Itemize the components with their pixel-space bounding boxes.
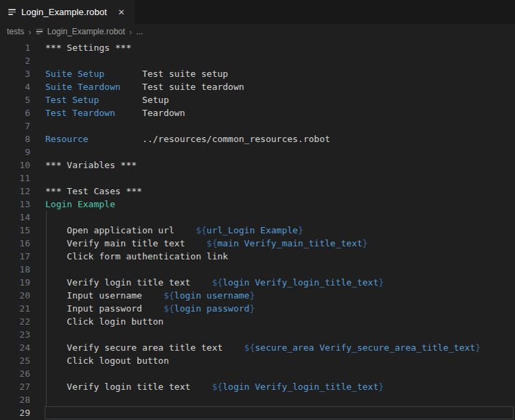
token-section-header: *** Variables *** [45, 160, 137, 170]
indent-guide [46, 211, 47, 224]
line-number[interactable]: 26 [0, 367, 30, 380]
code-line[interactable]: 7 [0, 119, 515, 132]
token-variable-delimiter: } [249, 303, 255, 314]
code-line[interactable]: 24 Verify secure area title text ${secur… [0, 341, 515, 354]
code-content: Input password ${login password} [45, 302, 515, 315]
code-line[interactable]: 11 [0, 172, 515, 185]
token-variable-delimiter: ${ [196, 225, 207, 235]
code-line[interactable]: 19 Verify login title text ${login Verif… [0, 276, 515, 289]
indent-guide [46, 263, 47, 276]
line-number[interactable]: 29 [0, 406, 30, 419]
indent-guide [46, 328, 47, 341]
code-line[interactable]: 5Test Setup Setup [0, 93, 515, 106]
tab-close-icon[interactable]: ✕ [116, 7, 127, 18]
code-line[interactable]: 10*** Variables *** [0, 159, 515, 172]
code-content: Open application url ${url_Login Example… [45, 224, 515, 237]
code-line[interactable]: 18 [0, 263, 515, 276]
code-content: Click logout button [45, 354, 515, 367]
token-testcase-name: Login Example [45, 199, 115, 209]
indent-guide [46, 341, 47, 354]
line-number[interactable]: 3 [0, 67, 30, 80]
line-number[interactable]: 1 [0, 41, 30, 54]
code-line[interactable]: 14 [0, 211, 515, 224]
line-number[interactable]: 23 [0, 328, 30, 341]
code-line[interactable]: 29 [0, 406, 515, 419]
code-content [45, 54, 515, 67]
tab-title: Login_Example.robot [21, 7, 107, 17]
line-number[interactable]: 18 [0, 263, 30, 276]
line-number[interactable]: 28 [0, 393, 30, 406]
line-number[interactable]: 13 [0, 198, 30, 211]
token-variable-name: main Verify_main_title_text [217, 238, 362, 248]
editor-tab[interactable]: Login_Example.robot ✕ [0, 0, 136, 24]
token-plain-text: Click logout button [45, 355, 169, 366]
code-line[interactable]: 17 Click form authentication link [0, 250, 515, 263]
line-number[interactable]: 19 [0, 276, 30, 289]
line-number[interactable]: 7 [0, 119, 30, 132]
code-line[interactable]: 9 [0, 145, 515, 159]
line-number[interactable]: 27 [0, 380, 30, 393]
token-variable-delimiter: ${ [163, 290, 174, 301]
line-number[interactable]: 25 [0, 354, 30, 367]
code-content [45, 406, 515, 419]
code-line[interactable]: 1*** Settings *** [0, 41, 515, 54]
token-plain-text: Input password [45, 303, 163, 314]
line-number[interactable]: 12 [0, 185, 30, 198]
line-number[interactable]: 5 [0, 93, 30, 106]
line-number[interactable]: 2 [0, 54, 30, 67]
code-content: Suite Setup Test suite setup [45, 67, 515, 80]
line-number[interactable]: 9 [0, 145, 30, 159]
line-number[interactable]: 20 [0, 289, 30, 302]
line-number[interactable]: 10 [0, 159, 30, 172]
code-line[interactable]: 16 Verify main title text ${main Verify_… [0, 237, 515, 250]
code-line[interactable]: 22 Click login button [0, 315, 515, 328]
line-number[interactable]: 11 [0, 172, 30, 185]
token-variable-name: url_Login Example [207, 225, 298, 235]
vscode-window: Login_Example.robot ✕ tests › Login_Exam… [0, 0, 515, 420]
indent-guide [46, 302, 47, 315]
token-variable-name: login username [174, 290, 250, 301]
breadcrumb-folder[interactable]: tests [7, 27, 24, 36]
code-line[interactable]: 23 [0, 328, 515, 341]
code-line[interactable]: 15 Open application url ${url_Login Exam… [0, 224, 515, 237]
code-line[interactable]: 3Suite Setup Test suite setup [0, 67, 515, 80]
code-line[interactable]: 8Resource ../resources/common_resources.… [0, 132, 515, 145]
token-variable-delimiter: ${ [163, 303, 174, 314]
code-content: Login Example [45, 198, 515, 211]
token-plain-text: Click login button [45, 316, 163, 327]
indent-guide [46, 380, 47, 393]
code-line[interactable]: 28 [0, 393, 515, 406]
token-plain-text: Test suite teardown [121, 82, 244, 92]
line-number[interactable]: 16 [0, 237, 30, 250]
line-number[interactable]: 24 [0, 341, 30, 354]
breadcrumb-file-label: Login_Example.robot [47, 27, 125, 36]
code-content [45, 328, 515, 341]
line-number[interactable]: 21 [0, 302, 30, 315]
line-number[interactable]: 4 [0, 80, 30, 93]
code-line[interactable]: 27 Verify login title text ${login Verif… [0, 380, 515, 393]
line-number[interactable]: 17 [0, 250, 30, 263]
line-number[interactable]: 8 [0, 132, 30, 145]
code-editor[interactable]: 1*** Settings ***23Suite Setup Test suit… [0, 39, 515, 420]
line-number[interactable]: 15 [0, 224, 30, 237]
line-number[interactable]: 6 [0, 106, 30, 119]
code-line[interactable]: 13Login Example [0, 198, 515, 211]
token-setting-keyword: Test Setup [45, 95, 99, 105]
breadcrumb-symbol[interactable]: ... [136, 27, 143, 36]
code-line[interactable]: 25 Click logout button [0, 354, 515, 367]
token-plain-text: Input username [45, 290, 163, 301]
code-line[interactable]: 26 [0, 367, 515, 380]
code-content: Verify login title text ${login Verify_l… [45, 276, 515, 289]
line-number[interactable]: 14 [0, 211, 30, 224]
code-line[interactable]: 4Suite Teardown Test suite teardown [0, 80, 515, 93]
code-line[interactable]: 2 [0, 54, 515, 67]
token-variable-name: login Verify_login_title_text [222, 382, 378, 392]
code-line[interactable]: 20 Input username ${login username} [0, 289, 515, 302]
token-variable-name: secure_area Verify_secure_area_title_tex… [255, 342, 475, 353]
code-line[interactable]: 12*** Test Cases *** [0, 185, 515, 198]
breadcrumb-file[interactable]: Login_Example.robot [36, 27, 125, 36]
code-line[interactable]: 21 Input password ${login password} [0, 302, 515, 315]
token-setting-keyword: Suite Teardown [45, 82, 121, 92]
line-number[interactable]: 22 [0, 315, 30, 328]
code-line[interactable]: 6Test Teardown Teardown [0, 106, 515, 119]
